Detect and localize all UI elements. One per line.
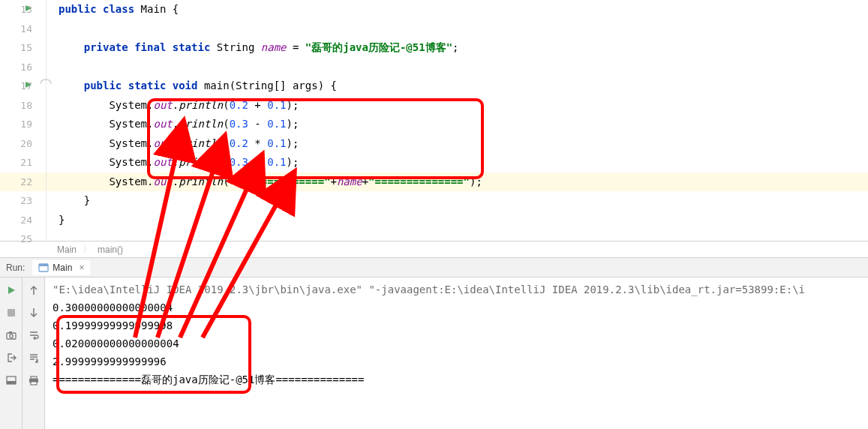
run-tab-label: Main xyxy=(53,262,72,273)
console-output[interactable]: "E:\idea\IntelliJ IDEA 2019.2.3\jbr\bin\… xyxy=(45,278,868,429)
code-line[interactable]: System.out.println(0.3 / 0.1); xyxy=(47,153,868,172)
code-line[interactable]: } xyxy=(47,191,868,211)
method-marker-icon xyxy=(40,76,52,87)
run-label: Run: xyxy=(6,262,25,273)
exit-icon[interactable] xyxy=(5,351,18,364)
code-line[interactable]: System.out.println(0.2 * 0.1); xyxy=(47,134,868,154)
console-line: ==============磊哥的java历险记-@51博客==========… xyxy=(53,370,860,388)
run-toolbar-secondary xyxy=(23,278,45,429)
stop-icon[interactable] xyxy=(5,306,18,320)
close-icon[interactable]: × xyxy=(79,262,84,273)
code-line[interactable]: System.out.println("=============="+name… xyxy=(47,172,868,192)
code-line[interactable] xyxy=(47,230,868,249)
gutter-line[interactable]: 16 xyxy=(0,58,46,77)
code-line[interactable]: public class Main { xyxy=(47,0,868,20)
run-icon[interactable] xyxy=(5,284,18,297)
svg-rect-14 xyxy=(31,382,37,385)
run-toolbar-primary xyxy=(0,278,23,429)
soft-wrap-icon[interactable] xyxy=(27,328,41,342)
code-line[interactable]: System.out.println(0.2 + 0.1); xyxy=(47,96,868,116)
svg-point-8 xyxy=(9,334,12,338)
svg-rect-6 xyxy=(8,309,15,316)
svg-rect-9 xyxy=(9,332,12,334)
code-line[interactable]: } xyxy=(47,211,868,230)
run-panel-body: "E:\idea\IntelliJ IDEA 2019.2.3\jbr\bin\… xyxy=(0,278,868,429)
gutter-line[interactable]: 13 xyxy=(0,0,46,20)
code-area[interactable]: public class Main { private final static… xyxy=(47,0,868,241)
run-gutter-icon[interactable] xyxy=(25,81,32,91)
gutter: 13141516171819202122232425 xyxy=(0,0,47,241)
code-line[interactable]: public static void main(String[] args) { xyxy=(47,76,868,96)
code-line[interactable]: private final static String name = "磊哥的j… xyxy=(47,38,868,58)
gutter-line[interactable]: 23 xyxy=(0,191,46,211)
code-line[interactable] xyxy=(47,20,868,39)
console-line: "E:\idea\IntelliJ IDEA 2019.2.3\jbr\bin\… xyxy=(53,280,860,298)
console-line: 2.9999999999999996 xyxy=(53,352,860,370)
run-tab[interactable]: Main × xyxy=(32,260,90,275)
gutter-line[interactable]: 22 xyxy=(0,172,46,192)
camera-icon[interactable] xyxy=(5,328,18,342)
gutter-line[interactable]: 20 xyxy=(0,134,46,154)
run-panel-header: Run: Main × xyxy=(0,258,868,278)
console-line: 0.30000000000000004 xyxy=(53,298,860,316)
layout-icon[interactable] xyxy=(5,374,18,387)
gutter-line[interactable]: 24 xyxy=(0,211,46,230)
console-line: 0.19999999999999998 xyxy=(53,316,860,334)
svg-rect-5 xyxy=(39,264,48,266)
gutter-line[interactable]: 14 xyxy=(0,20,46,39)
scroll-to-end-icon[interactable] xyxy=(27,351,41,364)
application-icon xyxy=(38,262,49,273)
down-arrow-icon[interactable] xyxy=(27,306,41,320)
gutter-line[interactable]: 21 xyxy=(0,153,46,172)
svg-rect-11 xyxy=(7,381,16,384)
console-line: 0.020000000000000004 xyxy=(53,334,860,352)
code-editor[interactable]: 13141516171819202122232425 public class … xyxy=(0,0,868,242)
gutter-line[interactable]: 18 xyxy=(0,96,46,116)
run-gutter-icon[interactable] xyxy=(25,4,32,14)
up-arrow-icon[interactable] xyxy=(27,284,41,297)
gutter-line[interactable]: 19 xyxy=(0,115,46,134)
gutter-line[interactable]: 17 xyxy=(0,76,46,96)
code-line[interactable]: System.out.println(0.3 - 0.1); xyxy=(47,115,868,134)
gutter-line[interactable]: 25 xyxy=(0,230,46,249)
code-line[interactable] xyxy=(47,58,868,77)
svg-rect-12 xyxy=(31,376,37,379)
print-icon[interactable] xyxy=(27,374,41,387)
gutter-line[interactable]: 15 xyxy=(0,38,46,58)
